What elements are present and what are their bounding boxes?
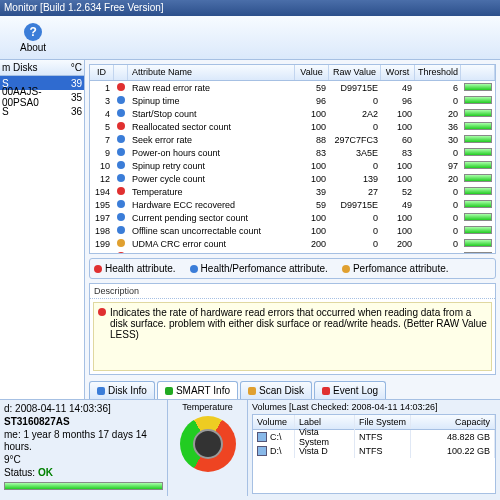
threshold-bar [464, 148, 492, 156]
threshold-bar [464, 239, 492, 247]
status-ok: OK [38, 467, 53, 478]
disk-list-sidebar: m Disks°C S3900AAJS-00PSA035S36 [0, 60, 85, 399]
temperature-title: Temperature [182, 402, 233, 412]
smart-icon [165, 387, 173, 395]
status-row: Status: OK [4, 467, 163, 479]
volumes-title: Volumes [Last Checked: 2008-04-11 14:03:… [252, 402, 496, 412]
threshold-bar [464, 135, 492, 143]
volumes-table: Volume Label File System Capacity C:\Vis… [252, 414, 496, 494]
table-row[interactable]: 195Hardware ECC recovered59D99715E490 [90, 198, 495, 211]
table-row[interactable]: 199UDMA CRC error count20002000 [90, 237, 495, 250]
volumes-panel: Volumes [Last Checked: 2008-04-11 14:03:… [248, 400, 500, 496]
table-row[interactable]: 200Write error rate10002530 [90, 250, 495, 254]
health-icon [94, 265, 102, 273]
table-row[interactable]: 3Spinup time960960 [90, 94, 495, 107]
table-row[interactable]: 10Spinup retry count100010097 [90, 159, 495, 172]
disk-summary: d: 2008-04-11 14:03:36] ST3160827AS me: … [0, 400, 168, 496]
attr-icon [117, 109, 125, 117]
scan-icon [248, 387, 256, 395]
threshold-bar [464, 109, 492, 117]
description-title: Description [90, 284, 495, 299]
status-bar [4, 482, 163, 490]
table-row[interactable]: 9Power-on hours count833A5E830 [90, 146, 495, 159]
attr-icon [117, 252, 125, 255]
toolbar: ? About [0, 16, 500, 60]
volume-row[interactable]: C:\Vista SystemNTFS48.828 GB [253, 430, 495, 444]
table-row[interactable]: 12Power cycle count10013910020 [90, 172, 495, 185]
table-row[interactable]: 198Offline scan uncorrectable count10001… [90, 224, 495, 237]
description-panel: Description Indicates the rate of hardwa… [89, 283, 496, 375]
grid-header: ID Attribute Name Value Raw Value Worst … [90, 65, 495, 81]
health-icon [98, 308, 106, 316]
attr-icon [117, 148, 125, 156]
tab-scan-disk[interactable]: Scan Disk [240, 381, 312, 399]
log-icon [322, 387, 330, 395]
footer: d: 2008-04-11 14:03:36] ST3160827AS me: … [0, 400, 500, 496]
table-row[interactable]: 197Current pending sector count10001000 [90, 211, 495, 224]
window-titlebar: Monitor [Build 1.2.634 Free Version] [0, 0, 500, 16]
threshold-bar [464, 96, 492, 104]
attr-icon [117, 200, 125, 208]
about-label: About [20, 42, 46, 53]
tab-event-log[interactable]: Event Log [314, 381, 386, 399]
table-row[interactable]: 194Temperature3927520 [90, 185, 495, 198]
gauge-icon [180, 416, 236, 472]
threshold-bar [464, 226, 492, 234]
sidebar-disk-item[interactable]: 00AAJS-00PSA035 [0, 90, 84, 104]
threshold-bar [464, 122, 492, 130]
threshold-bar [464, 252, 492, 255]
table-row[interactable]: 4Start/Stop count1002A210020 [90, 107, 495, 120]
threshold-bar [464, 83, 492, 91]
temp-value: 9°C [4, 454, 163, 466]
threshold-bar [464, 161, 492, 169]
tab-smart-info[interactable]: SMART Info [157, 381, 238, 399]
attr-icon [117, 213, 125, 221]
threshold-bar [464, 174, 492, 182]
perf-icon [342, 265, 350, 273]
checked-date: d: 2008-04-11 14:03:36] [4, 403, 163, 415]
sidebar-header: m Disks°C [0, 60, 84, 76]
disk-icon [97, 387, 105, 395]
uptime: me: 1 year 8 months 17 days 14 hours. [4, 429, 163, 453]
attr-icon [117, 96, 125, 104]
smart-attributes-grid: ID Attribute Name Value Raw Value Worst … [89, 64, 496, 254]
volume-row[interactable]: D:\Vista DNTFS100.22 GB [253, 444, 495, 458]
table-row[interactable]: 1Raw read error rate59D99715E496 [90, 81, 495, 94]
threshold-bar [464, 213, 492, 221]
table-row[interactable]: 5Reallocated sector count100010036 [90, 120, 495, 133]
attr-icon [117, 122, 125, 130]
health-perf-icon [190, 265, 198, 273]
threshold-bar [464, 187, 492, 195]
attr-icon [117, 239, 125, 247]
threshold-bar [464, 200, 492, 208]
attr-icon [117, 226, 125, 234]
about-button[interactable]: ? About [20, 23, 46, 53]
attr-icon [117, 174, 125, 182]
tab-bar: Disk Info SMART Info Scan Disk Event Log [89, 379, 496, 399]
legend: Health attribute. Health/Perfomance attr… [89, 258, 496, 279]
disk-model: ST3160827AS [4, 416, 163, 428]
info-icon: ? [24, 23, 42, 41]
description-text: Indicates the rate of hardware read erro… [110, 307, 487, 366]
temperature-panel: Temperature [168, 400, 248, 496]
table-row[interactable]: 7Seek error rate88297C7FC36030 [90, 133, 495, 146]
attr-icon [117, 135, 125, 143]
attr-icon [117, 161, 125, 169]
tab-disk-info[interactable]: Disk Info [89, 381, 155, 399]
attr-icon [117, 187, 125, 195]
attr-icon [117, 83, 125, 91]
